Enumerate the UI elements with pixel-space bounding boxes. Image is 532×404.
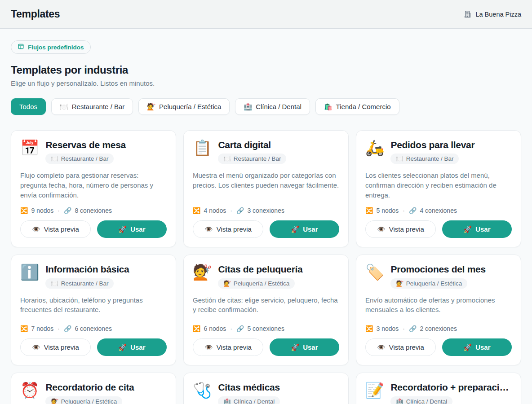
stats-separator: · bbox=[230, 207, 232, 214]
rocket-icon: 🚀 bbox=[118, 344, 127, 351]
industry-filter-icon: 🛍️ bbox=[324, 103, 332, 110]
industry-badge-icon: 💇 bbox=[51, 399, 58, 404]
industry-filter-todos[interactable]: Todos bbox=[11, 98, 46, 115]
account-name: La Buena Pizza bbox=[475, 11, 521, 18]
use-button[interactable]: 🚀 Usar bbox=[270, 220, 339, 238]
template-card-description: Envío automático de ofertas y promocione… bbox=[365, 295, 512, 315]
connections-icon: 🔗 bbox=[236, 325, 244, 332]
use-button[interactable]: 🚀 Usar bbox=[97, 338, 167, 356]
stats-separator: · bbox=[58, 207, 60, 214]
template-card-actions: 👁️ Vista previa 🚀 Usar bbox=[20, 220, 167, 238]
use-button-label: Usar bbox=[475, 343, 490, 351]
nodes-icon: 🔀 bbox=[365, 207, 373, 214]
industry-badge-label: Clínica / Dental bbox=[406, 398, 448, 404]
preview-button[interactable]: 👁️ Vista previa bbox=[20, 338, 91, 356]
preview-button[interactable]: 👁️ Vista previa bbox=[20, 220, 91, 238]
industry-badge-label: Peluquería / Estética bbox=[234, 280, 290, 287]
connections-icon: 🔗 bbox=[64, 325, 71, 332]
template-card: 💇 Citas de peluquería 💇 Peluquería / Est… bbox=[183, 255, 349, 365]
industry-badge-label: Peluquería / Estética bbox=[406, 280, 462, 287]
section-heading: Templates por industria bbox=[11, 64, 521, 76]
industry-filter-label: Clínica / Dental bbox=[256, 103, 301, 110]
flows-predefined-badge[interactable]: Flujos predefinidos bbox=[11, 40, 91, 54]
industry-badge-icon: 🍽️ bbox=[51, 156, 58, 162]
templates-grid: 📅 Reservas de mesa 🍽️ Restaurante / Bar … bbox=[11, 130, 521, 404]
eye-icon: 👁️ bbox=[377, 226, 386, 233]
nodes-count: 5 nodos bbox=[376, 207, 399, 214]
section-subheading: Elige un flujo y personalízalo. Listos e… bbox=[11, 79, 521, 87]
rocket-icon: 🚀 bbox=[463, 226, 472, 233]
preview-button[interactable]: 👁️ Vista previa bbox=[193, 220, 263, 238]
industry-filter-icon: 🍽️ bbox=[60, 103, 68, 110]
nodes-icon: 🔀 bbox=[193, 207, 200, 214]
industry-badge-icon: 🍽️ bbox=[396, 156, 403, 162]
template-card-icon: 📋 bbox=[193, 140, 212, 156]
building-icon bbox=[463, 10, 472, 18]
templates-page: Flujos predefinidos Templates por indust… bbox=[0, 29, 532, 404]
template-card: ⏰ Recordatorio de cita 💇 Peluquería / Es… bbox=[11, 373, 176, 404]
preview-button[interactable]: 👁️ Vista previa bbox=[365, 338, 436, 356]
rocket-icon: 🚀 bbox=[463, 344, 472, 351]
rocket-icon: 🚀 bbox=[291, 344, 299, 351]
connections-icon: 🔗 bbox=[409, 325, 417, 332]
top-header: Templates La Buena Pizza bbox=[0, 0, 532, 29]
template-card-stats: 🔀 9 nodos · 🔗 8 conexiones bbox=[20, 200, 167, 214]
preview-button[interactable]: 👁️ Vista previa bbox=[365, 220, 436, 238]
preview-button[interactable]: 👁️ Vista previa bbox=[193, 338, 263, 356]
industry-filter-button[interactable]: 🏥 Clínica / Dental bbox=[235, 98, 310, 115]
industry-badge-icon: 💇 bbox=[396, 281, 403, 286]
use-button[interactable]: 🚀 Usar bbox=[97, 220, 167, 238]
template-card-icon: 📝 bbox=[365, 382, 384, 399]
template-card: 📋 Carta digital 🍽️ Restaurante / Bar Mue… bbox=[183, 130, 349, 247]
stats-separator: · bbox=[403, 207, 405, 214]
connections-count: 5 conexiones bbox=[247, 325, 284, 332]
industry-badge-icon: 🏥 bbox=[223, 399, 231, 404]
industry-filter-button[interactable]: 🍽️ Restaurante / Bar bbox=[51, 98, 133, 115]
template-card-title: Pedidos para llevar bbox=[390, 140, 512, 150]
template-card: ℹ️ Información básica 🍽️ Restaurante / B… bbox=[11, 255, 176, 365]
template-card-title: Citas de peluquería bbox=[218, 264, 339, 275]
industry-badge-icon: 🏥 bbox=[396, 399, 403, 404]
industry-badge: 💇 Peluquería / Estética bbox=[218, 278, 295, 289]
eye-icon: 👁️ bbox=[377, 344, 386, 351]
stats-separator: · bbox=[230, 325, 232, 332]
template-card-icon: ℹ️ bbox=[20, 264, 39, 281]
connections-count: 3 conexiones bbox=[247, 207, 284, 214]
template-card-description: Horarios, ubicación, teléfono y pregunta… bbox=[20, 295, 167, 315]
template-card-stats: 🔀 5 nodos · 🔗 4 conexiones bbox=[365, 200, 512, 214]
eye-icon: 👁️ bbox=[32, 344, 40, 351]
industry-badge-icon: 🍽️ bbox=[51, 281, 58, 286]
use-button[interactable]: 🚀 Usar bbox=[270, 338, 339, 356]
industry-filter-button[interactable]: 🛍️ Tienda / Comercio bbox=[315, 98, 399, 115]
connections-icon: 🔗 bbox=[236, 207, 244, 214]
industry-badge-label: Restaurante / Bar bbox=[234, 155, 281, 162]
template-card-stats: 🔀 6 nodos · 🔗 5 conexiones bbox=[193, 318, 339, 332]
template-card-description: Muestra el menú organizado por categoría… bbox=[193, 171, 339, 190]
connections-count: 2 conexiones bbox=[420, 325, 457, 332]
template-card-stats: 🔀 4 nodos · 🔗 3 conexiones bbox=[193, 200, 339, 214]
template-card-title: Reservas de mesa bbox=[45, 140, 167, 150]
rocket-icon: 🚀 bbox=[291, 226, 299, 233]
rocket-icon: 🚀 bbox=[118, 226, 127, 233]
industry-badge-label: Clínica / Dental bbox=[234, 398, 275, 404]
template-card-icon: ⏰ bbox=[20, 382, 39, 399]
industry-badge-label: Restaurante / Bar bbox=[406, 155, 454, 162]
industry-filter-label: Todos bbox=[19, 103, 37, 110]
template-card-actions: 👁️ Vista previa 🚀 Usar bbox=[365, 220, 512, 238]
industry-filter-bar: Todos 🍽️ Restaurante / Bar 💇 Peluquería … bbox=[11, 98, 521, 115]
template-card-icon: 🛵 bbox=[365, 140, 384, 156]
industry-badge-label: Restaurante / Bar bbox=[61, 280, 109, 287]
industry-filter-label: Tienda / Comercio bbox=[336, 103, 391, 110]
template-card-icon: 🏷️ bbox=[365, 264, 384, 281]
account-switcher[interactable]: La Buena Pizza bbox=[463, 10, 521, 18]
preview-button-label: Vista previa bbox=[44, 225, 79, 233]
industry-badge: 🍽️ Restaurante / Bar bbox=[218, 154, 286, 164]
use-button[interactable]: 🚀 Usar bbox=[442, 338, 512, 356]
use-button[interactable]: 🚀 Usar bbox=[442, 220, 512, 238]
industry-filter-icon: 🏥 bbox=[244, 103, 252, 110]
connections-count: 8 conexiones bbox=[75, 207, 112, 214]
stats-separator: · bbox=[58, 325, 60, 332]
use-button-label: Usar bbox=[130, 343, 145, 351]
industry-filter-button[interactable]: 💇 Peluquería / Estética bbox=[138, 98, 230, 115]
template-card-description: Gestión de citas: elige servicio, peluqu… bbox=[193, 295, 339, 315]
